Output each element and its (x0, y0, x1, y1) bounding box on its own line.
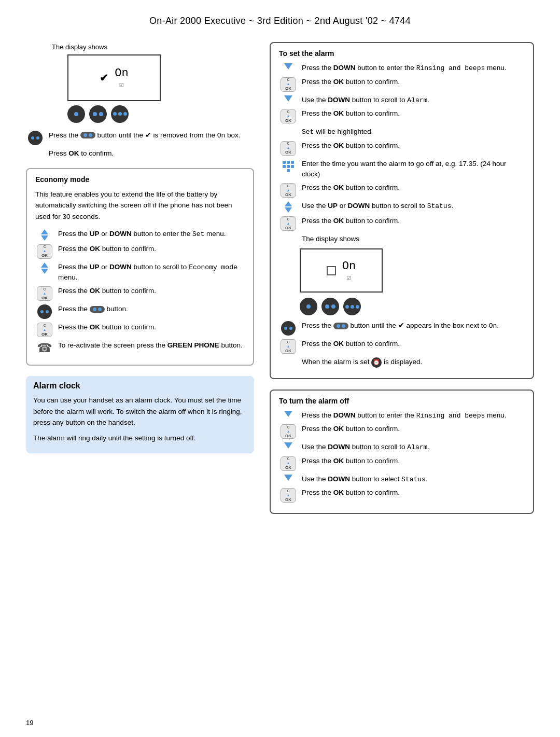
double-dot-btn-r (321, 298, 339, 315)
press-double-btn-instr: Press the button until the ✔ is removed … (26, 130, 254, 145)
off-instr-4: C ▲ OK Press the OK button to confirm. (279, 456, 525, 471)
econ-instr-3: Press the UP or DOWN button to scroll to… (35, 262, 245, 283)
down-arrow-icon2 (41, 269, 48, 274)
up-arrow-icon2 (41, 262, 48, 268)
ok-btn-r2: C ▲ OK (281, 109, 296, 123)
set-alarm-title: To set the alarm (279, 49, 525, 58)
turn-off-title: To turn the alarm off (279, 397, 525, 405)
off-instr-5: Use the DOWN button to select Status. (279, 474, 525, 485)
ok-btn-r5: C ▲ OK (281, 216, 296, 231)
off-instr-2: C ▲ OK Press the OK button to confirm. (279, 424, 525, 439)
alarm-clock-text2: The alarm will ring daily until the sett… (33, 433, 247, 444)
display-label: The display shows (52, 42, 254, 52)
double-dot-btn-icon2 (37, 304, 52, 319)
single-dot-btn-r (300, 298, 317, 315)
alarm-clock-section: Alarm clock You can use your handset as … (26, 376, 254, 453)
double-dot-inline3 (333, 323, 348, 329)
set-instr-6: C ▲ OK Press the OK button to confirm. (279, 141, 525, 156)
keypad-icon (283, 161, 294, 172)
up-arrow-icon (41, 229, 48, 234)
economy-title: Economy mode (35, 175, 245, 184)
ok-btn-r1: C ▲ OK (281, 77, 296, 92)
ok-btn-off1: C ▲ OK (281, 424, 296, 439)
button-row-display (67, 105, 254, 123)
set-instr-2: C ▲ OK Press the OK button to confirm. (279, 77, 525, 92)
down-arrow-off-3 (284, 475, 292, 481)
set-instr-10: C ▲ OK Press the OK button to confirm. (279, 216, 525, 231)
ok-button-icon2: C ▲ OK (37, 286, 52, 301)
ok-btn-r4: C ▲ OK (281, 183, 296, 198)
right-column: To set the alarm Press the DOWN button t… (270, 42, 534, 524)
econ-instr-6: C ▲ OK Press the OK button to confirm. (35, 322, 245, 337)
alarm-clock-text1: You can use your handset as an alarm clo… (33, 395, 247, 428)
triple-dot-btn (111, 105, 129, 123)
press-ok-left: Press OK to confirm. (49, 148, 254, 159)
off-instr-3: Use the DOWN button to scroll to Alarm. (279, 442, 525, 453)
set-instr-4: C ▲ OK Press the OK button to confirm. (279, 108, 525, 123)
set-instr-9: Use the UP or DOWN button to scroll to S… (279, 201, 525, 213)
double-dot-btn-icon-inline (80, 131, 97, 139)
ok-button-icon3: C ▲ OK (37, 323, 52, 337)
economy-section: Economy mode This feature enables you to… (26, 168, 254, 366)
set-instr-5: Set will be highlighted. (279, 127, 525, 137)
set-instr-7: Enter the time you want the alarm to go … (279, 159, 525, 180)
checkmark-display: ✔ (100, 72, 108, 84)
off-instr-6: C ▲ OK Press the OK button to confirm. (279, 488, 525, 503)
button-row-right (300, 298, 525, 315)
econ-instr-5: Press the button. (35, 304, 245, 319)
on-text-display: On ☑ (115, 67, 128, 89)
set-instr-8: C ▲ OK Press the OK button to confirm. (279, 183, 525, 198)
ok-btn-off2: C ▲ OK (281, 456, 296, 471)
up-arrow-r1 (285, 201, 292, 206)
down-arrow-2 (284, 95, 292, 102)
triple-dot-btn-r (343, 298, 361, 315)
turn-off-section: To turn the alarm off Press the DOWN but… (270, 390, 534, 514)
phone-icon: ☎ (37, 341, 52, 355)
down-arrow-1 (284, 63, 292, 69)
empty-checkbox (327, 266, 336, 275)
display-box-right: On ☑ (300, 248, 383, 293)
off-instr-1: Press the DOWN button to enter the Rinsi… (279, 410, 525, 421)
down-arrow-off-2 (284, 442, 292, 449)
double-dot-btn (89, 105, 107, 123)
display-box: ✔ On ☑ (67, 54, 161, 101)
double-dot-btn-inline (28, 131, 43, 145)
ok-btn-r6: C ▲ OK (281, 339, 296, 354)
double-dot-inline2 (90, 306, 105, 313)
econ-instr-7: ☎ To re-activate the screen press the GR… (35, 340, 245, 355)
page-number: 19 (26, 719, 33, 727)
page-header: On-Air 2000 Executive ~ 3rd Edition ~ 2n… (26, 16, 534, 26)
ok-btn-off3: C ▲ OK (281, 488, 296, 503)
down-arrow-off-1 (284, 411, 292, 417)
down-arrow-icon (41, 235, 48, 241)
alarm-clock-title: Alarm clock (33, 381, 247, 391)
economy-description: This feature enables you to extend the l… (35, 189, 245, 223)
econ-instr-2: C ▲ OK Press the OK button to confirm. (35, 244, 245, 259)
double-dot-btn-icon3 (281, 321, 296, 336)
set-alarm-section: To set the alarm Press the DOWN button t… (270, 42, 534, 379)
ok-button-icon: C ▲ OK (37, 244, 52, 259)
left-column: The display shows ✔ On ☑ (26, 42, 254, 461)
set-instr-1: Press the DOWN button to enter the Rinsi… (279, 63, 525, 74)
ok-btn-r3: C ▲ OK (281, 141, 296, 156)
single-dot-btn (67, 105, 85, 123)
set-instr-3: Use the DOWN button to scroll to Alarm. (279, 95, 525, 106)
down-arrow-r1 (285, 207, 292, 213)
set-after-3: When the alarm is set ⏰ is displayed. (302, 357, 525, 367)
set-after-2: C ▲ OK Press the OK button to confirm. (279, 339, 525, 354)
on-text-right: On ☑ (342, 260, 356, 282)
alarm-bell-icon: ⏰ (371, 357, 382, 368)
econ-instr-1: Press the UP or DOWN button to enter the… (35, 229, 245, 241)
set-instr-display-label: The display shows (302, 234, 525, 244)
set-after-1: Press the button until the ✔ appears in … (279, 321, 525, 336)
econ-instr-4: C ▲ OK Press the OK button to confirm. (35, 286, 245, 301)
